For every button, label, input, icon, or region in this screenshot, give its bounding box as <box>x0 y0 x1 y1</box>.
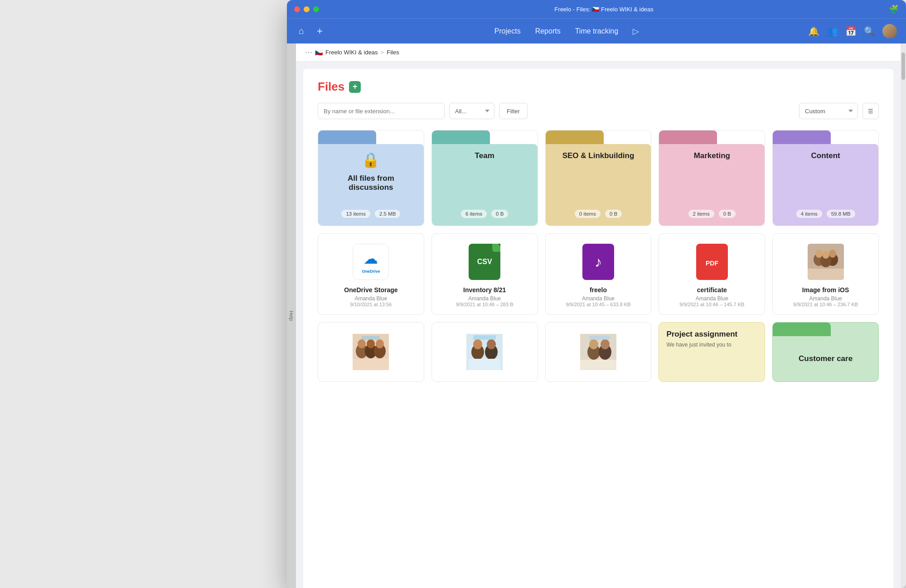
svg-rect-32 <box>589 336 610 340</box>
svg-rect-24 <box>469 359 500 370</box>
folder-body: Project assignment We have just invited … <box>659 323 765 381</box>
nav-time-tracking-link[interactable]: Time tracking <box>575 27 618 35</box>
group-photo-svg-1 <box>353 334 389 370</box>
items-count-badge: 0 items <box>574 209 601 218</box>
items-count-badge: 4 items <box>796 209 823 218</box>
nav-reports-link[interactable]: Reports <box>535 27 561 35</box>
file-date: 9/9/2021 at 10:46 – 145.7 KB <box>679 302 744 307</box>
folder-tab <box>773 323 831 336</box>
folder-meta: 13 items 2.5 MB <box>341 202 401 218</box>
file-name: OneDrive Storage <box>344 286 397 294</box>
help-label: Help <box>289 311 294 321</box>
play-icon[interactable]: ▷ <box>633 26 639 36</box>
window-controls <box>294 6 319 12</box>
folder-content[interactable]: Content 4 items 59.8 MB <box>772 130 879 226</box>
group-photo-svg-3 <box>580 334 616 370</box>
svg-rect-9 <box>808 269 844 280</box>
page-title: Files <box>318 80 344 94</box>
folder-body: Team 6 items 0 B <box>432 144 538 226</box>
maximize-button[interactable] <box>313 6 319 12</box>
help-tab[interactable]: Help <box>287 43 296 588</box>
file-icon-area <box>353 330 389 374</box>
close-button[interactable] <box>294 6 300 12</box>
folder-desc: We have just invited you to <box>666 342 731 348</box>
folder-customer-care[interactable]: Customer care <box>772 322 879 382</box>
home-button[interactable]: ⌂ <box>296 23 307 39</box>
folder-meta: 4 items 59.8 MB <box>796 202 856 218</box>
svg-rect-25 <box>473 335 496 340</box>
file-image-ios[interactable]: Image from iOS Amanda Blue 9/9/2021 at 1… <box>772 233 879 315</box>
add-button[interactable]: + <box>314 23 325 40</box>
content-area: ⋯ 🇨🇿 Freelo WIKI & ideas > Files Files +… <box>296 43 901 588</box>
app-window: Freelo - Files: 🇨🇿 Freelo WIKI & ideas 🧩… <box>287 0 906 588</box>
file-onedrive[interactable]: ☁ OneDrive OneDrive Storage Amanda Blue … <box>318 233 424 315</box>
search-input[interactable] <box>318 103 445 119</box>
sort-select[interactable]: Custom Name Date Size <box>799 103 858 119</box>
folder-all-files[interactable]: 🔒 All files from discussions 13 items 2.… <box>318 130 424 226</box>
folder-team[interactable]: Team 6 items 0 B <box>431 130 538 226</box>
file-photo-2[interactable] <box>431 322 538 382</box>
folder-name: Customer care <box>799 354 853 363</box>
list-view-icon: ☰ <box>868 108 873 115</box>
type-filter-select[interactable]: All... <box>449 103 494 119</box>
folder-project-assignment[interactable]: Project assignment We have just invited … <box>659 322 765 382</box>
file-freelo[interactable]: ♪ freelo Amanda Blue 9/9/2021 at 10:45 –… <box>545 233 652 315</box>
filter-button[interactable]: Filter <box>499 103 528 119</box>
file-name: freelo <box>590 286 607 294</box>
extensions-icon[interactable]: 🧩 <box>889 4 899 14</box>
file-date: 9/9/2021 at 10:46 – 236.7 KB <box>793 302 858 307</box>
add-file-button[interactable]: + <box>349 81 361 93</box>
file-icon-area <box>808 241 844 283</box>
team-members-icon[interactable]: 👥 <box>827 26 838 37</box>
notification-icon[interactable]: 🔔 <box>808 26 819 37</box>
folder-name: Content <box>811 151 840 160</box>
page-content: Files + All... Filter Custom Name Date S… <box>303 69 893 588</box>
breadcrumb-project-link[interactable]: Freelo WIKI & ideas <box>325 49 378 56</box>
cloud-icon: ☁ <box>363 250 378 267</box>
svg-rect-31 <box>580 360 616 370</box>
list-view-button[interactable]: ☰ <box>862 103 879 119</box>
main-layout: Help ⋯ 🇨🇿 Freelo WIKI & ideas > Files Fi… <box>287 43 906 588</box>
folder-seo[interactable]: SEO & Linkbuilding 0 items 0 B <box>545 130 652 226</box>
file-name: Inventory 8/21 <box>463 286 506 294</box>
onedrive-icon: ☁ OneDrive <box>353 244 389 280</box>
calendar-icon[interactable]: 📅 <box>845 26 857 37</box>
items-count-badge: 2 items <box>688 209 715 218</box>
nav-left: ⌂ + <box>296 23 325 40</box>
folder-meta: 2 items 0 B <box>688 202 736 218</box>
size-badge: 0 B <box>718 209 736 218</box>
csv-icon: CSV <box>469 244 500 280</box>
nav-center: Projects Reports Time tracking ▷ <box>325 26 808 36</box>
folder-body: Marketing 2 items 0 B <box>659 144 765 226</box>
minimize-button[interactable] <box>304 6 310 12</box>
search-icon[interactable]: 🔍 <box>864 26 875 37</box>
file-icon-area: PDF <box>696 241 728 283</box>
svg-point-8 <box>822 251 829 259</box>
folder-body: Customer care <box>773 336 878 381</box>
file-certificate[interactable]: PDF certificate Amanda Blue 9/9/2021 at … <box>659 233 765 315</box>
svg-point-28 <box>589 339 598 349</box>
file-author: Amanda Blue <box>468 295 501 302</box>
titlebar-right: 🧩 <box>889 4 899 14</box>
folder-name: SEO & Linkbuilding <box>562 151 635 160</box>
file-photo-3[interactable] <box>545 322 652 382</box>
breadcrumb-dots[interactable]: ⋯ <box>305 48 312 57</box>
file-author: Amanda Blue <box>809 295 842 302</box>
folder-meta: 0 items 0 B <box>574 202 622 218</box>
folder-name: Team <box>475 151 494 160</box>
file-inventory[interactable]: CSV Inventory 8/21 Amanda Blue 9/9/2021 … <box>431 233 538 315</box>
folder-name: Project assignment <box>666 330 737 339</box>
breadcrumb-current: Files <box>387 49 399 56</box>
nav-projects-link[interactable]: Projects <box>494 27 521 35</box>
size-badge: 0 B <box>491 209 509 218</box>
folder-marketing[interactable]: Marketing 2 items 0 B <box>659 130 765 226</box>
user-avatar[interactable]: TEAM <box>882 24 897 39</box>
folder-body: Content 4 items 59.8 MB <box>773 144 878 226</box>
folder-name: Marketing <box>694 151 730 160</box>
scrollbar-thumb[interactable] <box>901 53 905 80</box>
filter-bar: All... Filter Custom Name Date Size ☰ <box>318 103 879 119</box>
photo-inner <box>808 244 844 280</box>
team-label: TEAM <box>884 38 895 39</box>
scrollbar-track[interactable] <box>901 43 906 588</box>
file-photo-1[interactable] <box>318 322 424 382</box>
